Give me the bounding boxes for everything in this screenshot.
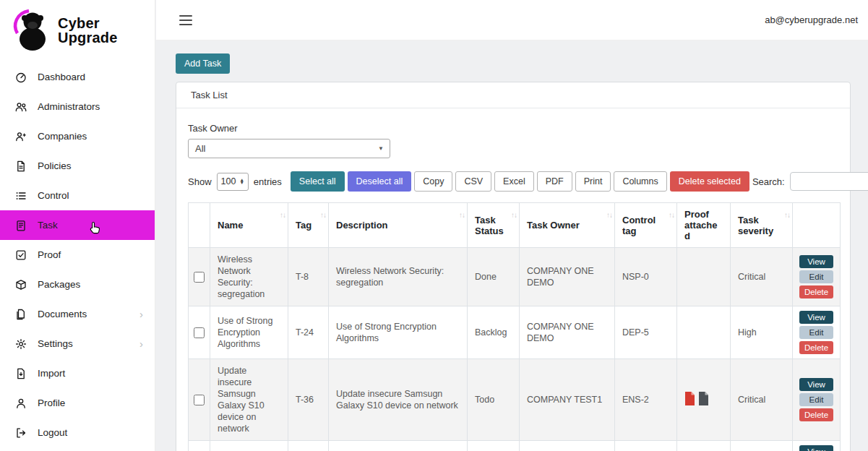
task-severity: High xyxy=(738,327,757,338)
sort-icon: ↑↓ xyxy=(320,211,326,219)
sidebar-item-label: Companies xyxy=(38,131,87,142)
task-name: Use of Strong Encryption Algorithms xyxy=(218,316,272,349)
control-tag: ENS-2 xyxy=(622,395,649,405)
policies-icon xyxy=(14,160,27,172)
deselect-all-button[interactable]: Deselect all xyxy=(348,171,412,192)
edit-button[interactable]: Edit xyxy=(799,270,833,283)
excel-button[interactable]: Excel xyxy=(494,171,534,192)
sidebar-item-documents[interactable]: Documents › xyxy=(0,299,155,329)
col-task-owner[interactable]: Task Owner↑↓ xyxy=(520,203,615,248)
row-checkbox[interactable] xyxy=(194,327,205,338)
task-name: Update insecure Samsugn Galaxy S10 devic… xyxy=(218,366,265,434)
pdf-button[interactable]: PDF xyxy=(537,171,572,192)
sidebar-item-profile[interactable]: Profile xyxy=(0,388,155,418)
task-table: Name↑↓ Tag↑↓ Description↑↓ Task Status↑↓… xyxy=(188,202,841,451)
task-tag: T-36 xyxy=(296,395,314,405)
task-description: Update insecure Samsugn Galaxy S10 devic… xyxy=(336,389,458,411)
search-label: Search: xyxy=(752,176,785,187)
col-checkbox xyxy=(189,203,210,248)
sidebar-item-import[interactable]: Import xyxy=(0,358,155,388)
col-name[interactable]: Name↑↓ xyxy=(210,203,288,248)
task-description: Wireless Network Security: segregation xyxy=(336,266,444,288)
import-icon xyxy=(14,367,27,379)
sidebar-item-label: Task xyxy=(38,220,58,231)
sidebar-item-proof[interactable]: Proof xyxy=(0,240,155,270)
sidebar-item-companies[interactable]: Companies xyxy=(0,121,155,151)
task-owner-select[interactable]: All ▼ xyxy=(188,139,390,158)
sidebar-item-label: Policies xyxy=(38,160,72,171)
sidebar-item-label: Proof xyxy=(38,249,61,260)
view-button[interactable]: View xyxy=(799,255,833,268)
delete-button[interactable]: Delete xyxy=(799,341,833,354)
main-content: Add Task Task List Task Owner All ▼ Show… xyxy=(156,40,868,451)
add-task-button[interactable]: Add Task xyxy=(176,53,230,74)
administrators-icon xyxy=(14,100,27,113)
sidebar-item-label: Settings xyxy=(38,338,73,349)
col-tag[interactable]: Tag↑↓ xyxy=(288,203,329,248)
hamburger-menu-icon[interactable] xyxy=(176,12,195,28)
task-list-card: Task List Task Owner All ▼ Show 100 ▲▼ e… xyxy=(176,82,851,451)
copy-button[interactable]: Copy xyxy=(414,171,452,192)
col-task-status[interactable]: Task Status↑↓ xyxy=(468,203,520,248)
sidebar-item-dashboard[interactable]: Dashboard xyxy=(0,62,155,92)
control-tag: NSP-0 xyxy=(622,272,649,282)
document-file-icon[interactable] xyxy=(698,392,709,405)
task-table-body: Wireless Network Security: segregation T… xyxy=(189,248,841,451)
task-name: Wireless Network Security: segregation xyxy=(218,254,265,299)
col-proof-attached: Proof attached xyxy=(677,203,731,248)
col-task-severity[interactable]: Task severity↑↓ xyxy=(731,203,793,248)
sidebar: Cyber Upgrade Dashboard Administrators xyxy=(0,0,155,451)
sidebar-item-logout[interactable]: Logout xyxy=(0,418,155,447)
entries-value: 100 xyxy=(221,176,236,186)
row-checkbox[interactable] xyxy=(194,272,205,283)
sidebar-item-settings[interactable]: Settings › xyxy=(0,329,155,358)
sidebar-item-label: Administrators xyxy=(38,101,100,112)
row-checkbox[interactable] xyxy=(194,395,205,405)
table-row: Update insecure Samsugn Galaxy S10 devic… xyxy=(189,359,841,441)
proof-icons xyxy=(684,392,709,405)
delete-selected-button[interactable]: Delete selected xyxy=(670,171,749,192)
brand-logo[interactable]: Cyber Upgrade xyxy=(0,0,155,62)
sidebar-item-packages[interactable]: Packages xyxy=(0,270,155,299)
columns-button[interactable]: Columns xyxy=(614,171,666,192)
delete-button[interactable]: Delete xyxy=(799,408,833,421)
logout-icon xyxy=(14,426,27,439)
edit-button[interactable]: Edit xyxy=(799,393,833,406)
print-button[interactable]: Print xyxy=(575,171,611,192)
select-all-button[interactable]: Select all xyxy=(291,171,345,192)
sidebar-item-policies[interactable]: Policies xyxy=(0,151,155,181)
card-title: Task List xyxy=(176,82,850,108)
sidebar-item-label: Logout xyxy=(38,427,67,438)
task-owner: COMPANY ONE DEMO xyxy=(527,266,594,288)
view-button[interactable]: View xyxy=(799,378,833,391)
table-row: Use of Strong Encryption Algorithms T-24… xyxy=(189,306,841,359)
sidebar-item-administrators[interactable]: Administrators xyxy=(0,92,155,121)
search-input[interactable] xyxy=(790,172,868,191)
view-button[interactable]: View xyxy=(799,311,833,324)
col-control-tag[interactable]: Control tag↑↓ xyxy=(615,203,677,248)
delete-button[interactable]: Delete xyxy=(799,285,833,298)
table-controls: Show 100 ▲▼ entries Select all Deselect … xyxy=(188,171,838,192)
pdf-file-icon[interactable] xyxy=(684,392,695,405)
entries-label: entries xyxy=(254,176,282,187)
gorilla-logo-icon xyxy=(10,6,53,56)
sidebar-item-label: Packages xyxy=(38,279,80,290)
entries-select[interactable]: 100 ▲▼ xyxy=(217,173,249,191)
edit-button[interactable]: Edit xyxy=(799,326,833,339)
task-severity: Critical xyxy=(738,395,765,405)
col-description[interactable]: Description↑↓ xyxy=(329,203,468,248)
sort-icon: ↑↓ xyxy=(459,211,465,219)
sort-icon: ↑↓ xyxy=(280,211,285,219)
task-owner: COMPANY ONE DEMO xyxy=(527,322,594,343)
task-description: Use of Strong Encryption Algorithms xyxy=(336,322,437,343)
control-icon xyxy=(14,189,27,202)
task-status: Todo xyxy=(475,395,494,405)
task-icon xyxy=(14,219,27,231)
view-button[interactable]: View xyxy=(799,445,833,451)
csv-button[interactable]: CSV xyxy=(455,171,491,192)
topbar: ab@cyberupgrade.net xyxy=(156,0,868,40)
sidebar-item-label: Import xyxy=(38,368,65,379)
sidebar-item-task[interactable]: Task xyxy=(0,210,155,240)
spinner-arrows-icon: ▲▼ xyxy=(239,179,244,185)
sidebar-item-control[interactable]: Control xyxy=(0,181,155,210)
